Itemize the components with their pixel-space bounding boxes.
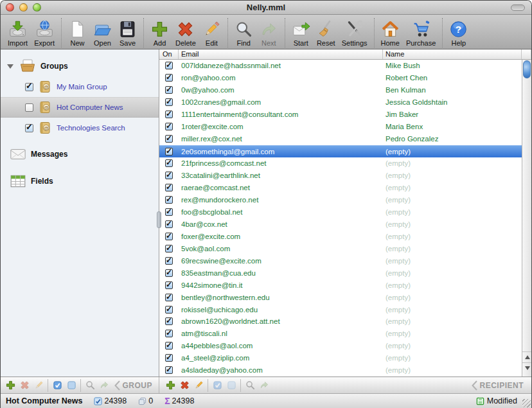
table-row[interactable]: a4sladeday@yahoo.com (empty) — [159, 364, 522, 377]
find-button[interactable]: Find — [231, 19, 256, 48]
settings-button[interactable]: Settings — [339, 19, 371, 48]
table-row[interactable]: 5vok@aol.com (empty) — [159, 242, 522, 254]
sidebar-item-messages[interactable]: Messages — [1, 144, 159, 164]
scroll-up-button[interactable] — [522, 351, 532, 362]
scrollbar-thumb[interactable] — [523, 60, 531, 78]
table-row[interactable]: 007lddaneze@hadssnmail.net Mike Bush — [159, 60, 522, 72]
sidebar-item-fields[interactable]: Fields — [1, 171, 159, 191]
sidebar-item-groups[interactable]: Groups — [1, 56, 159, 76]
open-button[interactable]: Open — [90, 19, 115, 48]
table-row[interactable]: 33catalini@earthlink.net (empty) — [159, 170, 522, 182]
export-button[interactable]: Export — [31, 19, 58, 48]
reset-button[interactable]: Reset — [314, 19, 339, 48]
row-checkbox[interactable] — [165, 74, 173, 82]
table-row[interactable]: abrown1620@worldnet.att.net (empty) — [159, 315, 522, 328]
group-edit-button[interactable] — [31, 379, 46, 392]
table-row[interactable]: 0w@yahoo.com Ben Kulman — [159, 84, 522, 96]
sidebar-group-item[interactable]: @ My Main Group — [1, 77, 159, 96]
table-row[interactable]: 1111entertainment@consultant.com Jim Bak… — [159, 109, 522, 121]
row-checkbox[interactable] — [165, 233, 173, 240]
resize-grip[interactable] — [522, 399, 531, 407]
row-checkbox[interactable] — [165, 257, 173, 265]
recipient-add-button[interactable] — [163, 379, 177, 392]
table-row[interactable]: 1002cranes@gmail.com Jessica Goldshtain — [159, 96, 522, 109]
table-row[interactable]: 1roter@excite.com Maria Benx — [159, 121, 522, 133]
row-checkbox[interactable] — [165, 281, 173, 289]
row-checkbox[interactable] — [165, 184, 173, 191]
add-button[interactable]: Add — [147, 19, 172, 48]
table-header[interactable]: On Email Name — [159, 49, 531, 60]
splitter-handle[interactable] — [157, 211, 161, 228]
edit-button[interactable]: Edit — [199, 19, 224, 48]
table-row[interactable]: 835eastman@cua.edu (empty) — [159, 267, 522, 279]
next-button[interactable]: Next — [256, 19, 281, 48]
recipient-search-button[interactable] — [243, 379, 257, 392]
delete-button[interactable]: Delete — [172, 19, 199, 48]
save-button[interactable]: Save — [115, 19, 140, 48]
recipient-edit-button[interactable] — [191, 379, 206, 392]
row-checkbox[interactable] — [165, 62, 173, 69]
disclosure-triangle-icon[interactable] — [7, 64, 13, 69]
table-row[interactable]: 4bar@cox.net (empty) — [159, 218, 522, 230]
row-checkbox[interactable] — [165, 208, 173, 216]
table-row[interactable]: foxer@excite.com (empty) — [159, 230, 522, 242]
row-checkbox[interactable] — [165, 294, 173, 301]
column-header-name[interactable]: Name — [383, 49, 522, 59]
group-checkbox[interactable] — [25, 103, 33, 112]
table-row[interactable]: 69recswine@excite.com (empty) — [159, 254, 522, 267]
table-row[interactable]: 2e0somethingal@gmail.com (empty) — [159, 145, 522, 157]
import-button[interactable]: Import — [4, 19, 31, 48]
recipient-uncheck-all-button[interactable] — [224, 379, 238, 392]
start-button[interactable]: Start — [288, 19, 314, 48]
table-row[interactable]: 9442simone@tin.it (empty) — [159, 279, 522, 291]
group-checkbox[interactable] — [25, 124, 33, 132]
row-checkbox[interactable] — [165, 330, 173, 337]
sidebar-group-item[interactable]: @ Technologies Search — [1, 118, 159, 137]
table-row[interactable]: ron@yahoo.com Robert Chen — [159, 72, 522, 84]
group-checkbox[interactable] — [25, 83, 33, 91]
recipient-redo-button[interactable] — [257, 379, 271, 392]
row-checkbox[interactable] — [165, 245, 173, 253]
row-checkbox[interactable] — [165, 354, 173, 362]
row-checkbox[interactable] — [165, 269, 173, 277]
group-check-all-button[interactable] — [50, 379, 64, 392]
new-button[interactable]: New — [65, 19, 90, 48]
title-bar[interactable]: Nelly.mml — [1, 1, 531, 15]
row-checkbox[interactable] — [165, 196, 173, 204]
row-checkbox[interactable] — [165, 220, 173, 228]
row-checkbox[interactable] — [165, 159, 173, 167]
table-row[interactable]: miller.rex@cox.net Pedro Gonzalez — [159, 133, 522, 145]
row-checkbox[interactable] — [165, 342, 173, 350]
table-row[interactable]: atm@tiscali.nl (empty) — [159, 328, 522, 340]
group-add-button[interactable] — [3, 379, 17, 392]
table-row[interactable]: foo@sbcglobal.net (empty) — [159, 206, 522, 218]
vertical-scrollbar[interactable] — [522, 60, 531, 377]
group-search-button[interactable] — [83, 379, 97, 392]
scroll-down-button[interactable] — [522, 362, 532, 373]
row-checkbox[interactable] — [165, 172, 173, 179]
table-row[interactable]: a4_steel@ziplip.com (empty) — [159, 352, 522, 364]
home-button[interactable]: Home — [378, 19, 403, 48]
table-row[interactable]: raerae@comcast.net (empty) — [159, 182, 522, 194]
sidebar-group-item[interactable]: @ Hot Computer News — [1, 97, 159, 118]
table-row[interactable]: a44pebbles@aol.com (empty) — [159, 340, 522, 352]
recipient-check-all-button[interactable] — [210, 379, 224, 392]
column-header-on[interactable]: On — [159, 49, 179, 59]
table-row[interactable]: rokissel@uchicago.edu (empty) — [159, 303, 522, 315]
row-checkbox[interactable] — [165, 86, 173, 94]
row-checkbox[interactable] — [165, 306, 173, 314]
group-delete-button[interactable] — [17, 379, 31, 392]
group-uncheck-all-button[interactable] — [64, 379, 78, 392]
row-checkbox[interactable] — [165, 317, 173, 325]
toolbar-toggle-button[interactable] — [511, 4, 525, 11]
row-checkbox[interactable] — [165, 111, 173, 118]
table-row[interactable]: rex@mundorockero.net (empty) — [159, 193, 522, 206]
row-checkbox[interactable] — [165, 148, 173, 155]
purchase-button[interactable]: Purchase — [403, 19, 439, 48]
help-button[interactable]: ? Help — [446, 19, 471, 48]
row-checkbox[interactable] — [165, 123, 173, 130]
table-row[interactable]: 21fprincess@comcast.net (empty) — [159, 157, 522, 170]
row-checkbox[interactable] — [165, 135, 173, 143]
row-checkbox[interactable] — [165, 366, 173, 374]
group-redo-button[interactable] — [97, 379, 111, 392]
